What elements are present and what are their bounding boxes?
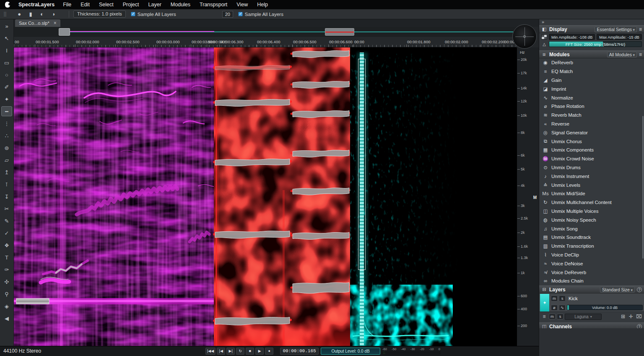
apple-menu-icon[interactable] [5, 2, 10, 8]
delete-layer-icon[interactable]: ⌧ [636, 314, 642, 319]
menu-layer[interactable]: Layer [148, 2, 161, 8]
project-tab[interactable]: Sax Co...o.slp* × [15, 19, 60, 27]
layer-volume-slider[interactable]: Volume: 0.0 dB [567, 305, 643, 310]
anchor-tool-icon[interactable]: ↧ [1, 191, 12, 202]
time-ruler[interactable]: 0000:00:01.50000:00:02.00000:00:02.50000… [14, 37, 517, 47]
layer-stack-icon[interactable] [541, 314, 548, 319]
modules-menu-icon[interactable] [639, 52, 642, 58]
tolerance-input[interactable] [222, 11, 233, 18]
module-gain[interactable]: ◢Gain [539, 76, 644, 85]
expand-tools-icon[interactable]: » [1, 21, 12, 31]
brush-soft-icon[interactable]: ◐ [38, 10, 46, 18]
hand-tool-icon[interactable]: ✣ [1, 277, 12, 287]
layers-help-icon[interactable] [637, 287, 642, 292]
modules-filter-dropdown[interactable]: All Modules [607, 52, 637, 58]
module-unmix-soundtrack[interactable]: ▤Unmix Soundtrack [539, 233, 644, 242]
module-unmix-drums[interactable]: ⊙Unmix Drums [539, 163, 644, 172]
next-icon[interactable]: ▶| [226, 348, 235, 355]
group-mute-button[interactable]: m [549, 314, 556, 319]
playback-tool-icon[interactable]: ◀ [1, 313, 12, 323]
layer-envelope-button[interactable]: ∿ [559, 305, 566, 311]
pen-tool-icon[interactable]: ✑ [1, 264, 12, 275]
tone-selection-tool-icon[interactable]: ┅ [1, 106, 12, 116]
display-panel-header[interactable]: ◧ Display Essential Settings [539, 25, 644, 33]
clamp-tool-icon[interactable]: ⊺ [1, 179, 12, 189]
layer-mute-button[interactable]: m [551, 296, 558, 301]
menu-transpsport[interactable]: Transpsport [200, 2, 227, 8]
max-amplitude-field[interactable]: Max Amplitude: -15 dB [597, 34, 642, 40]
module-unmix-multichannel-content[interactable]: ↻Unmix Multichannel Content [539, 198, 644, 207]
modules-panel-header[interactable]: ⧈ Modules All Modules [539, 50, 644, 58]
display-preset-dropdown[interactable]: Essential Settings [595, 26, 637, 32]
sample-all-layers-checkbox-2[interactable] [238, 12, 243, 16]
menu-help[interactable]: Help [257, 2, 268, 8]
text-tool-icon[interactable]: T [1, 252, 12, 262]
menu-modules[interactable]: Modules [171, 2, 190, 8]
measure-tool-icon[interactable]: ✓ [1, 228, 12, 238]
module-unmix-levels[interactable]: ≙Unmix Levels [539, 181, 644, 189]
skip-start-icon[interactable]: |◀◀ [205, 348, 216, 355]
module-unmix-chorus[interactable]: ⧉Unmix Chorus [539, 137, 644, 146]
module-reverse[interactable]: «Reverse [539, 120, 644, 128]
noise-selection-tool-icon[interactable]: ⊚ [1, 143, 12, 153]
layer-solo-button[interactable]: s [559, 296, 566, 301]
brush-hollow-icon[interactable]: ◑ [49, 10, 57, 18]
overview-handle-right[interactable] [325, 28, 354, 36]
pin-layer-icon[interactable]: ✛ [628, 314, 634, 319]
brush-round-icon[interactable]: ● [16, 10, 23, 18]
display-menu-icon[interactable] [639, 26, 642, 32]
module-unmix-instrument[interactable]: ♪Unmix Instrument [539, 172, 644, 181]
module-voice-dereverb[interactable]: ≉Voice DeReverb [539, 268, 644, 277]
fft-size-slider[interactable]: FFT Size: 2560 smp (58ms/17Hz) [549, 41, 642, 47]
module-unmix-noisy-speech[interactable]: ◍Unmix Noisy Speech [539, 215, 644, 224]
module-unmix-transcription[interactable]: ▥Unmix Transcription [539, 242, 644, 251]
time-selection-tool-icon[interactable]: I [1, 45, 12, 55]
module-unmix-mid-side[interactable]: MsUnmix Mid/Side [539, 189, 644, 198]
module-reverb-match[interactable]: ≋Reverb Match [539, 111, 644, 120]
module-signal-generator[interactable]: ◎Signal Generator [539, 128, 644, 137]
frequency-selection-tool-icon[interactable]: ⋮ [1, 118, 12, 128]
spectrogram-canvas[interactable] [14, 47, 517, 346]
layer-name[interactable]: Kick [569, 296, 578, 301]
module-dereverb[interactable]: ◉DeReverb [539, 58, 644, 67]
frequency-scale[interactable]: Hz M 20k17k14k12k10k8k6k5k4k3k2.5k2k1.6k… [517, 47, 539, 346]
magic-wand-tool-icon[interactable]: ✦ [1, 94, 12, 104]
layer-thumbnail[interactable]: ✦ [540, 294, 549, 312]
layers-panel-header[interactable]: ⊟ Layers Standard Size [539, 285, 644, 293]
min-amplitude-field[interactable]: Min Amplitude: -108 dB [549, 34, 595, 40]
brush-flat-icon[interactable]: ▮ [27, 10, 34, 18]
loop-icon[interactable]: ↻ [236, 348, 244, 355]
module-unmix-multiple-voices[interactable]: ◫Unmix Multiple Voices [539, 207, 644, 216]
group-select-dropdown[interactable]: Laguna [565, 314, 602, 320]
tab-close-icon[interactable]: × [54, 20, 57, 26]
module-unmix-song[interactable]: ♫Unmix Song [539, 224, 644, 233]
harmonic-selection-tool-icon[interactable]: ∴ [1, 131, 12, 141]
module-phase-rotation[interactable]: ⌀Phase Rotation [539, 102, 644, 111]
zoom-tool-icon[interactable]: ⚲ [1, 289, 12, 299]
eraser-tool-icon[interactable]: ▱ [1, 155, 12, 165]
timeline-overview[interactable] [14, 27, 517, 37]
retouch-tool-icon[interactable]: ❖ [1, 240, 12, 250]
menu-select[interactable]: Select [99, 2, 114, 8]
menu-view[interactable]: View [236, 2, 248, 8]
layer-phase-button[interactable]: ø [551, 305, 558, 311]
module-modules-chain[interactable]: ∞Modules Chain [539, 277, 644, 285]
record-icon[interactable]: ● [265, 348, 273, 355]
group-solo-button[interactable]: s [557, 314, 564, 319]
rectangle-selection-tool-icon[interactable]: ▭ [1, 58, 12, 68]
sample-all-layers-checkbox-1[interactable] [131, 12, 135, 16]
module-voice-declip[interactable]: ⌇Voice DeClip [539, 251, 644, 259]
overview-handle-left[interactable] [59, 28, 70, 36]
navigation-compass[interactable] [512, 24, 537, 49]
prev-icon[interactable]: |◀ [217, 348, 225, 355]
module-imprint[interactable]: ◪Imprint [539, 84, 644, 93]
module-voice-denoise[interactable]: ≈Voice DeNoise [539, 259, 644, 268]
amplify-tool-icon[interactable]: ↥ [1, 167, 12, 177]
module-eq-match[interactable]: ≡EQ Match [539, 67, 644, 76]
panel-expand-icon[interactable]: » [539, 19, 644, 25]
brush-selection-tool-icon[interactable]: ✐ [1, 82, 12, 92]
menu-edit[interactable]: Edit [80, 2, 90, 8]
module-normalize[interactable]: ∿Normalize [539, 93, 644, 102]
pointer-tool-icon[interactable]: ↖ [1, 33, 12, 43]
toolbar-grip-icon[interactable]: ⣿ [3, 11, 7, 17]
